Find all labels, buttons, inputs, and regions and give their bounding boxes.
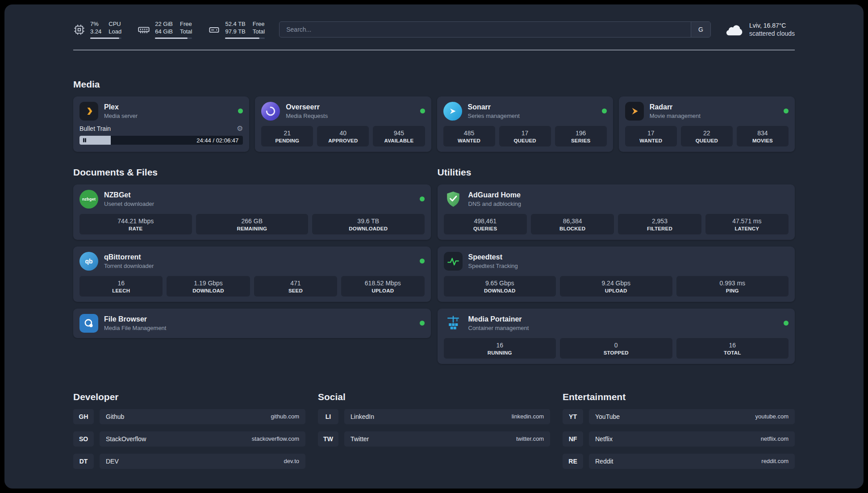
stat-tile: 9.65 GbpsDOWNLOAD [444, 276, 556, 297]
stat-tile: 0STOPPED [560, 338, 672, 359]
app-card-plex[interactable]: Plex Media server Bullet Train ⚙ [73, 96, 249, 152]
app-card-adguard[interactable]: AdGuard Home DNS and adblocking 498,461Q… [438, 184, 795, 240]
search-engine-button[interactable]: G [691, 22, 710, 37]
status-dot [420, 259, 425, 263]
app-card-radarr[interactable]: Radarr Movie management 17WANTED 22QUEUE… [619, 96, 795, 152]
app-name: Speedtest [468, 253, 518, 261]
section-documents: Documents & Files nzbget NZBGet Usenet d… [73, 167, 431, 364]
bookmark-name: DEV [106, 458, 119, 465]
stat-tile: 618.52 MbpsUPLOAD [341, 276, 424, 297]
bookmark-name: Github [106, 413, 124, 420]
bookmark-abbr[interactable]: GH [73, 409, 94, 424]
now-playing-title: Bullet Train [79, 125, 111, 132]
stat-tile: 47.571 msLATENCY [705, 214, 789, 234]
app-card-speedtest[interactable]: Speedtest Speedtest Tracking 9.65 GbpsDO… [438, 246, 795, 302]
portainer-icon [444, 314, 463, 333]
bookmark-abbr[interactable]: RE [563, 454, 583, 469]
app-card-overseerr[interactable]: Overseerr Media Requests 21PENDING 40APP… [255, 96, 431, 152]
app-name: Sonarr [468, 103, 520, 111]
section-utilities: Utilities AdGuard Home DNS and adblockin… [438, 167, 795, 364]
stat-tile: 16TOTAL [676, 338, 789, 359]
header-divider [73, 50, 795, 50]
disk-icon [208, 24, 220, 36]
app-card-qbittorrent[interactable]: qb qBittorrent Torrent downloader 16LEEC… [73, 246, 431, 302]
bookmark-stackoverflow[interactable]: SO StackOverflowstackoverflow.com [73, 431, 305, 447]
app-card-portainer[interactable]: Media Portainer Container management 16R… [438, 309, 795, 364]
system-metrics: 7% 3.24 CPU Load 22 GiB [73, 21, 265, 39]
memory-widget: 22 GiB 64 GiB Free Total [138, 21, 192, 39]
weather-condition: scattered clouds [749, 29, 795, 38]
bookmark-youtube[interactable]: YT YouTubeyoutube.com [563, 409, 795, 424]
stat-tile: 1.19 GbpsDOWNLOAD [167, 276, 250, 297]
bookmark-name: Reddit [595, 458, 613, 465]
sonarr-icon [443, 102, 462, 121]
section-title-entertainment: Entertainment [563, 392, 795, 402]
adguard-icon [444, 190, 463, 209]
bookmark-netflix[interactable]: NF Netflixnetflix.com [563, 431, 795, 447]
app-name: Overseerr [286, 103, 328, 111]
stat-tile: 40APPROVED [317, 126, 369, 146]
bookmark-url: stackoverflow.com [252, 435, 299, 442]
stat-tile: 39.6 TBDOWNLOADED [312, 214, 425, 234]
bookmark-abbr[interactable]: NF [563, 431, 583, 447]
stat-tile: 16RUNNING [444, 338, 556, 359]
app-card-nzbget[interactable]: nzbget NZBGet Usenet downloader 744.21 M… [73, 184, 431, 240]
bookmark-github[interactable]: GH Githubgithub.com [73, 409, 305, 424]
app-name: Media Portainer [468, 315, 529, 323]
app-card-filebrowser[interactable]: File Browser Media File Management [73, 309, 431, 338]
bookmark-abbr[interactable]: DT [73, 454, 94, 469]
bookmark-abbr[interactable]: LI [318, 409, 338, 424]
bookmark-dev[interactable]: DT DEVdev.to [73, 454, 305, 469]
bookmarks-social: Social LI LinkedInlinkedin.com TW Twitte… [318, 392, 550, 476]
bookmark-reddit[interactable]: RE Redditreddit.com [563, 454, 795, 469]
playback-progress-bar[interactable]: 24:44 / 02:06:47 [79, 136, 243, 145]
status-dot [420, 196, 425, 201]
memory-icon [138, 23, 150, 36]
gear-icon[interactable]: ⚙ [237, 125, 243, 132]
bookmark-url: linkedin.com [512, 413, 544, 420]
qbittorrent-icon: qb [79, 252, 98, 271]
cpu-usage-bar [90, 38, 121, 39]
bookmark-twitter[interactable]: TW Twittertwitter.com [318, 431, 550, 447]
top-bar: 7% 3.24 CPU Load 22 GiB [73, 4, 795, 39]
app-desc: Speedtest Tracking [468, 263, 518, 269]
radarr-icon [625, 102, 644, 121]
cpu-values: 7% 3.24 [90, 21, 101, 36]
app-name: AdGuard Home [468, 191, 522, 199]
disk-labels: Free Total [253, 21, 265, 36]
bookmark-url: reddit.com [761, 458, 789, 464]
app-desc: Media server [104, 113, 138, 119]
speedtest-icon [444, 252, 463, 271]
bookmark-name: Twitter [351, 435, 369, 443]
plex-icon [79, 102, 98, 121]
bookmarks-entertainment: Entertainment YT YouTubeyoutube.com NF N… [563, 392, 795, 476]
bookmark-abbr[interactable]: YT [563, 409, 583, 424]
weather-widget[interactable]: Lviv, 16.87°C scattered clouds [725, 21, 795, 38]
bookmark-name: LinkedIn [351, 413, 374, 420]
cloud-icon [725, 23, 744, 36]
search-input[interactable] [280, 22, 691, 37]
disk-values: 52.4 TB 97.9 TB [225, 21, 245, 36]
section-title-utilities: Utilities [438, 167, 795, 178]
stat-tile: 471SEED [254, 276, 337, 297]
disk-usage-bar [225, 38, 265, 39]
app-name: File Browser [104, 315, 166, 323]
bookmark-linkedin[interactable]: LI LinkedInlinkedin.com [318, 409, 550, 424]
section-title-media: Media [73, 79, 795, 90]
app-name: Plex [104, 103, 138, 111]
disk-free: 52.4 TB [225, 21, 245, 28]
app-desc: Media Requests [286, 113, 328, 119]
bookmark-abbr[interactable]: TW [318, 431, 338, 447]
app-card-sonarr[interactable]: Sonarr Series management 485WANTED 17QUE… [437, 96, 613, 152]
stat-tile: 17WANTED [625, 126, 677, 146]
filebrowser-icon [79, 314, 98, 333]
stat-tile: 22QUEUED [681, 126, 733, 146]
pause-icon[interactable] [83, 138, 86, 142]
stat-tile: 196SERIES [555, 126, 607, 146]
bookmark-abbr[interactable]: SO [73, 431, 94, 447]
memory-labels: Free Total [180, 21, 192, 36]
cpu-widget: 7% 3.24 CPU Load [73, 21, 121, 39]
plex-now-playing: Bullet Train ⚙ 24:44 / 02:06:47 [79, 125, 243, 145]
app-desc: Movie management [650, 113, 701, 119]
section-title-developer: Developer [73, 392, 305, 402]
